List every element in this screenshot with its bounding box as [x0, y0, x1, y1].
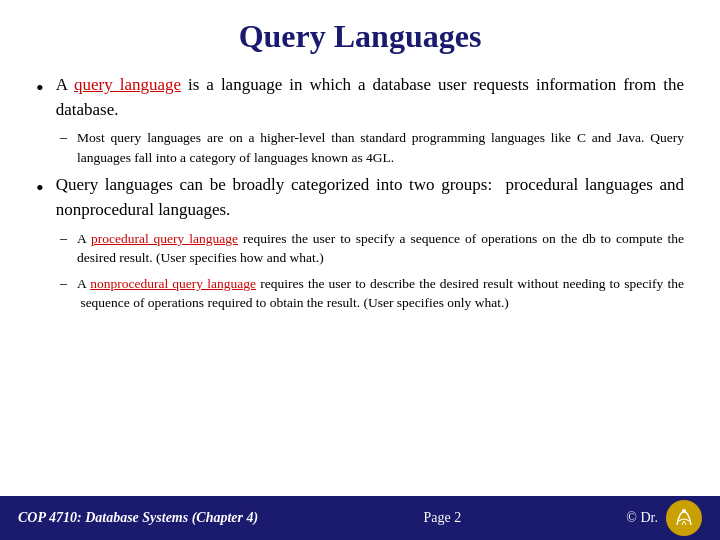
- footer-left: COP 4710: Database Systems (Chapter 4): [18, 510, 258, 526]
- bullet-item-1: • A query language is a language in whic…: [36, 73, 684, 122]
- svg-point-0: [670, 504, 698, 532]
- sub-item-1: – Most query languages are on a higher-l…: [60, 128, 684, 167]
- sub-dash-2: –: [60, 231, 67, 247]
- highlight-query-language-1: query language: [74, 75, 181, 94]
- bullet-dot-2: •: [36, 173, 44, 204]
- footer-center: Page 2: [423, 510, 461, 526]
- university-logo: [666, 500, 702, 536]
- svg-point-1: [682, 509, 686, 513]
- bullet-text-1: A query language is a language in which …: [56, 73, 684, 122]
- footer-copyright: © Dr.: [626, 510, 658, 526]
- footer-right: © Dr.: [626, 500, 702, 536]
- sub-dash-1: –: [60, 130, 67, 146]
- highlight-procedural-query-language: procedural query language: [91, 231, 238, 246]
- bullet-dot-1: •: [36, 73, 44, 104]
- slide-title: Query Languages: [36, 18, 684, 55]
- highlight-nonprocedural-query-language: nonprocedural query language: [90, 276, 256, 291]
- footer: COP 4710: Database Systems (Chapter 4) P…: [0, 496, 720, 540]
- bullet-text-2: Query languages can be broadly categoriz…: [56, 173, 684, 222]
- sub-text-1: Most query languages are on a higher-lev…: [77, 128, 684, 167]
- sub-dash-3: –: [60, 276, 67, 292]
- sub-item-3: – A nonprocedural query language require…: [60, 274, 684, 313]
- bullet-item-2: • Query languages can be broadly categor…: [36, 173, 684, 222]
- sub-item-2: – A procedural query language requires t…: [60, 229, 684, 268]
- sub-text-2: A procedural query language requires the…: [77, 229, 684, 268]
- slide-content: Query Languages • A query language is a …: [0, 0, 720, 496]
- sub-text-3: A nonprocedural query language requires …: [77, 274, 684, 313]
- slide: Query Languages • A query language is a …: [0, 0, 720, 540]
